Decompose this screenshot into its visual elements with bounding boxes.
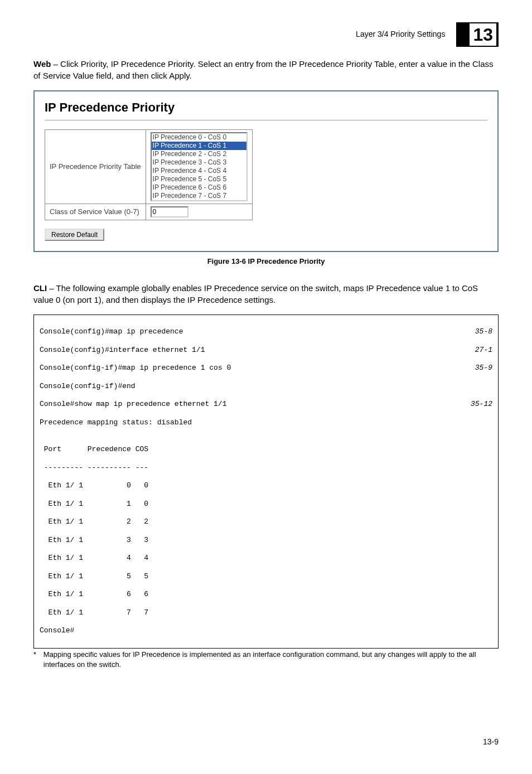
panel-divider [45,120,487,120]
list-item[interactable]: IP Precedence 4 - CoS 4 [152,167,246,175]
priority-table-cell: IP Precedence 0 - CoS 0 IP Precedence 1 … [146,129,252,204]
panel-title: IP Precedence Priority [45,99,487,117]
web-intro-text: – Click Priority, IP Precedence Priority… [33,59,494,80]
cli-line: Eth 1/ 1 1 0 [40,500,492,509]
priority-table-label: IP Precedence Priority Table [45,129,146,204]
cli-line: Eth 1/ 1 7 7 [40,608,492,617]
cos-value-row: Class of Service Value (0-7) [45,204,253,220]
list-item[interactable]: IP Precedence 5 - CoS 5 [152,175,246,183]
section-title: Layer 3/4 Priority Settings [356,29,445,40]
list-item[interactable]: IP Precedence 3 - CoS 3 [152,158,246,167]
cli-line: Eth 1/ 1 6 6 [40,590,492,599]
ip-precedence-panel: IP Precedence Priority IP Precedence Pri… [33,90,499,252]
page-header: Layer 3/4 Priority Settings 13 [33,22,499,47]
web-label: Web [33,59,51,69]
figure-caption: Figure 13-6 IP Precedence Priority [33,257,499,267]
list-item[interactable]: IP Precedence 1 - CoS 1 [152,142,246,150]
restore-default-button[interactable]: Restore Default [45,229,104,241]
page-number: 13-9 [33,737,499,748]
cli-ref: 35-9 [475,364,492,373]
cli-line: Precedence mapping status: disabled [40,418,492,427]
cli-line: Console(config)#interface ethernet 1/1 [40,346,205,355]
priority-table-row: IP Precedence Priority Table IP Preceden… [45,129,253,204]
cli-line: Console(config-if)#end [40,382,492,391]
cli-label: CLI [33,283,47,293]
cli-line: Console(config)#map ip precedence [40,327,183,336]
footnote: * Mapping specific values for IP Precede… [33,650,499,670]
form-table: IP Precedence Priority Table IP Preceden… [45,129,253,220]
cos-value-cell [146,204,252,220]
web-intro-paragraph: Web – Click Priority, IP Precedence Prio… [33,58,499,81]
cli-intro-text: – The following example globally enables… [33,283,478,304]
cos-value-label: Class of Service Value (0-7) [45,204,146,220]
ip-precedence-listbox[interactable]: IP Precedence 0 - CoS 0 IP Precedence 1 … [151,132,248,201]
list-item[interactable]: IP Precedence 0 - CoS 0 [152,133,246,142]
cli-ref: 27-1 [475,346,492,355]
cli-line: Eth 1/ 1 5 5 [40,572,492,581]
cli-line: --------- ---------- --- [40,463,492,472]
footnote-text: Mapping specific values for IP Precedenc… [43,650,499,670]
chapter-badge-decor [457,23,470,46]
cli-line: Console(config-if)#map ip precedence 1 c… [40,364,231,373]
cli-output-box: Console(config)#map ip precedence35-8 Co… [33,315,499,649]
list-item[interactable]: IP Precedence 2 - CoS 2 [152,150,246,158]
cli-line: Console# [40,626,492,635]
cli-line: Eth 1/ 1 3 3 [40,536,492,545]
cos-value-input[interactable] [151,206,188,217]
chapter-number: 13 [470,23,496,46]
list-item[interactable]: IP Precedence 7 - CoS 7 [152,192,246,200]
chapter-badge: 13 [456,22,499,47]
list-item[interactable]: IP Precedence 6 - CoS 6 [152,183,246,192]
cli-ref: 35-12 [471,400,492,409]
cli-line: Eth 1/ 1 4 4 [40,554,492,563]
cli-intro-paragraph: CLI – The following example globally ena… [33,282,499,306]
cli-line: Eth 1/ 1 0 0 [40,481,492,490]
cli-line: Console#show map ip precedence ethernet … [40,400,226,409]
cli-ref: 35-8 [475,327,492,336]
cli-line: Eth 1/ 1 2 2 [40,517,492,526]
footnote-marker: * [33,650,43,670]
cli-line: Port Precedence COS [40,445,492,454]
